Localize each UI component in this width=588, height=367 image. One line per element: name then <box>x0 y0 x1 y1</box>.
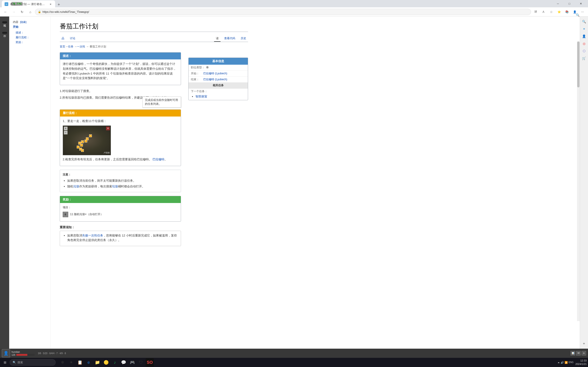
minimize-button[interactable]: ─ <box>553 0 563 7</box>
forward-button[interactable]: → <box>10 8 17 16</box>
taskbar-app-3[interactable]: 📋 <box>76 358 84 367</box>
game-sidebar: 区域地图 柳件 <box>0 17 9 349</box>
taskbar-app-11[interactable]: SO <box>146 358 154 367</box>
sys-icon-2: 🔊 <box>561 361 564 364</box>
end-npc-link[interactable]: 巴拉穆特 (Lyubech) <box>203 78 227 81</box>
next-task-link[interactable]: 智胜财富 <box>195 95 208 98</box>
game-stats: 3/8 · 5/20 · 6/4/4 · 7 · 4/9 · 8 <box>38 352 66 355</box>
breadcrumb-home[interactable]: 首页 <box>60 45 65 48</box>
map-zoom-out[interactable]: − <box>64 131 68 134</box>
tooltip-box: 完成后或当前作业随时可用的任务列表。 <box>142 97 181 108</box>
close-button[interactable]: ✕ <box>576 0 586 7</box>
toc-item-walkthrough[interactable]: 履行流程： <box>13 35 47 40</box>
tab-discuss[interactable]: 讨论 <box>68 35 77 42</box>
taskbar-app-9[interactable]: 🎮 <box>128 358 137 367</box>
sidebar-add-btn[interactable]: + <box>581 340 587 347</box>
start-npc-link[interactable]: 巴拉穆特 (Lyubech) <box>203 72 227 75</box>
collections-button[interactable]: 📚 <box>563 8 571 16</box>
taskbar-app-1[interactable]: ❄ <box>58 358 67 367</box>
sidebar-profile-btn[interactable]: 👤 <box>581 33 587 40</box>
maximize-button[interactable]: □ <box>564 0 575 7</box>
map-label: 卢因楼 <box>104 151 110 154</box>
game-icon-2[interactable]: 🗺 <box>576 351 581 356</box>
game-icon-3[interactable]: ⚙ <box>582 351 586 356</box>
taskbar-app-8[interactable]: 💬 <box>120 358 128 367</box>
sidebar-item2[interactable]: 柳件 <box>1 29 9 37</box>
tab-pin[interactable]: 品 <box>60 35 66 42</box>
home-button[interactable]: ⌂ <box>27 8 34 16</box>
scrollbar-track[interactable] <box>577 41 580 321</box>
active-tab[interactable]: W 番茄工作计划 — 潜行者在线知... ✕ <box>2 0 55 8</box>
reader-button[interactable]: A <box>540 8 547 16</box>
info-role-label: 职位类型： <box>191 66 205 69</box>
map-close-button[interactable]: ✕ <box>106 127 110 130</box>
breadcrumb-tasks[interactable]: 任务 <box>68 45 73 48</box>
breadcrumb-onetime[interactable]: 一次性 <box>77 45 85 48</box>
translate-button[interactable]: 译 <box>532 8 539 16</box>
tab-close-button[interactable]: ✕ <box>49 2 52 6</box>
scrollbar-thumb[interactable] <box>577 42 579 87</box>
note-item-2: 随机垃圾作为奖励获得，每次搜索垃圾桶时都会自动打开。 <box>67 184 178 189</box>
wiki-left-sidebar: 内容 [隐藏] 开始 描述： 履行流程： 奖励： <box>9 17 51 349</box>
reward-content: 项目： 🗑 11 随机垃圾×（自动打开） <box>60 203 181 221</box>
taskbar-app-7[interactable]: ♪ <box>111 358 119 367</box>
taskbar-app-2[interactable]: ☀ <box>67 358 75 367</box>
sidebar-outlook-btn[interactable]: ◎ <box>581 40 587 47</box>
hp-area: 126 <box>11 354 35 356</box>
important-list: 如果您取消失败一次性任务，您将能够在 12 小时后重新完成它，如果被滥用，某些角… <box>63 233 178 243</box>
sys-icon-3: 📶 <box>565 361 568 364</box>
reward-header: 奖励： <box>60 196 181 203</box>
favorites-button[interactable]: ⭐ <box>555 8 563 16</box>
tab-history[interactable]: 历史 <box>239 35 248 42</box>
sidebar-region-map[interactable]: 区域地图 <box>1 18 9 26</box>
bookmark-button[interactable]: ☆ <box>548 8 555 16</box>
garbage-link[interactable]: 垃圾 <box>73 185 79 188</box>
main-content: 首页→任务 →一次性 → 番茄工作计划 描述： 潜行者巴拉穆特，一个奇怪的家伙，… <box>60 45 181 246</box>
tooltip-text: 完成后或当前作业随时可用的任务列表。 <box>145 98 178 106</box>
taskbar-app-6[interactable]: 🟡 <box>102 358 110 367</box>
browser-window: W 番茄工作计划 — 潜行者在线知... ✕ + ─ □ ✕ ← → ↻ ⌂ 🔒… <box>0 0 588 367</box>
reward-item-text: 11 随机垃圾×（自动打开） <box>70 212 103 217</box>
toc-hide-link[interactable]: [隐藏] <box>20 21 26 23</box>
lang-indicator[interactable]: ENG <box>569 361 573 364</box>
game-hud-bar: 👤 hundan 126 3/8 · 5/20 · 6/4/4 · 7 · 4/… <box>0 349 588 358</box>
tab-bar: W 番茄工作计划 — 潜行者在线知... ✕ + <box>2 0 551 8</box>
next-task-item: 智胜财富 <box>195 94 246 99</box>
toc-item-start[interactable]: 开始 <box>13 25 47 29</box>
tab-read[interactable]: 读 <box>214 35 221 42</box>
taskbar-app-5[interactable]: 📁 <box>93 358 102 367</box>
sidebar-search-btn[interactable]: 🔍 <box>581 18 587 25</box>
notes-section: 注意： 如果您取消当前任务，则不太可能重新执行该任务。 随机垃圾作为奖励获得，每… <box>60 170 181 192</box>
start-button[interactable]: ⊞ <box>1 359 9 366</box>
tab-source[interactable]: 查看代码 <box>222 35 237 42</box>
game-icon-1[interactable]: 📊 <box>571 351 575 356</box>
baramutt-link[interactable]: 巴拉穆特 <box>153 158 164 161</box>
address-bar[interactable]: 🔒 https://so-wiki.ru/wiki/План_'Помидор' <box>35 9 531 15</box>
new-tab-button[interactable]: + <box>56 1 62 8</box>
back-button[interactable]: ← <box>2 8 9 16</box>
taskbar-clock[interactable]: 12:33 2024/1/21 <box>575 359 587 366</box>
map-overlay: F F F F F F F F F 卢因 <box>63 126 111 155</box>
sidebar-teams-btn[interactable]: ⬡ <box>581 48 587 54</box>
browser-body: 区域地图 柳件 内容 [隐藏] 开始 描述： 履行流程 <box>0 17 588 349</box>
more-button[interactable]: ⋯ <box>579 8 586 16</box>
sidebar-shopping-btn[interactable]: 🛒 <box>581 55 587 61</box>
taskbar-app-edge[interactable]: e <box>85 358 93 367</box>
sidebar-copilot-btn[interactable]: ✦ <box>581 26 587 32</box>
browser-right-sidebar: 🔍 ✦ 👤 ◎ ⬡ 🛒 + <box>580 17 588 349</box>
map-zoom-in[interactable]: + <box>64 127 68 130</box>
taskbar-search[interactable]: 🔍 搜索 <box>10 359 56 366</box>
describe-header: 描述： <box>60 52 181 59</box>
fail-mission-link[interactable]: 失败一次性任务 <box>82 234 103 237</box>
refresh-button[interactable]: ↻ <box>18 8 26 16</box>
toc-item-reward[interactable]: 奖励： <box>13 40 47 44</box>
character-portrait: 👤 <box>2 349 10 357</box>
info-related-title: 相关任务 <box>189 83 248 89</box>
toc-item-describe[interactable]: 描述： <box>13 31 47 35</box>
taskbar-app-10[interactable]: 🛡 <box>137 358 145 367</box>
garbage-can-link[interactable]: 垃圾 <box>112 185 118 188</box>
hp-bar <box>16 354 35 356</box>
notes-list: 如果您取消当前任务，则不太可能重新执行该任务。 随机垃圾作为奖励获得，每次搜索垃… <box>63 178 178 189</box>
map-controls: + − <box>64 127 68 134</box>
reward-label: 项目： <box>63 205 178 210</box>
